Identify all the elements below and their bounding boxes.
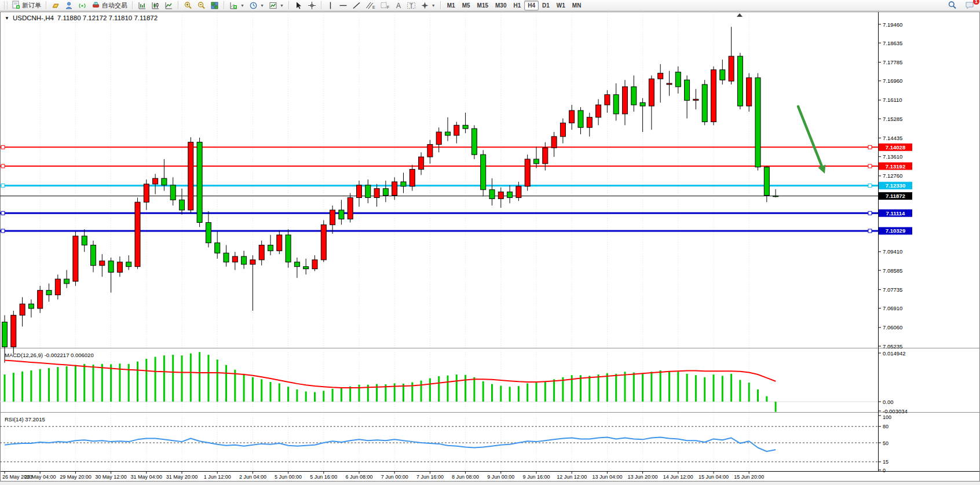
gold-bars-icon [52, 1, 60, 10]
candle [747, 78, 752, 106]
crosshair-tool-button[interactable] [305, 0, 319, 11]
timeframe-m30[interactable]: M30 [492, 1, 510, 10]
svg-text:29 May 04:00: 29 May 04:00 [24, 474, 56, 480]
candle [135, 202, 140, 266]
main-toolbar: 新订单 自动交易 ▼ ▼ [0, 0, 980, 11]
notification-badge: 1 [973, 0, 979, 5]
svg-text:7.07735: 7.07735 [883, 286, 902, 293]
timeframe-w1[interactable]: W1 [553, 1, 569, 10]
timeframe-d1[interactable]: D1 [539, 1, 553, 10]
vertical-line-icon [327, 1, 334, 10]
candle [321, 225, 326, 260]
timeframe-m5[interactable]: M5 [459, 1, 474, 10]
zoom-in-button[interactable] [181, 0, 195, 11]
zoom-in-icon [184, 1, 192, 10]
svg-text:7.09410: 7.09410 [883, 248, 902, 255]
collapse-triangle-icon[interactable]: ▼ [5, 16, 9, 21]
svg-text:7.05235: 7.05235 [883, 343, 902, 350]
chart-canvas[interactable]: 7.194607.186357.177857.169607.161107.152… [0, 0, 980, 485]
candlestick-mode-button[interactable] [149, 0, 162, 11]
zoom-out-icon [197, 1, 206, 10]
candle [188, 142, 193, 210]
candle [605, 95, 610, 105]
zoom-out-button[interactable] [195, 0, 208, 11]
candle [162, 178, 167, 185]
candle [755, 78, 760, 167]
candle [259, 245, 264, 260]
svg-text:12 Jun 12:00: 12 Jun 12:00 [557, 474, 587, 480]
svg-text:9 Jun 00:00: 9 Jun 00:00 [487, 474, 514, 480]
clock-icon [249, 1, 258, 10]
indicators-button[interactable]: ▼ [227, 0, 247, 11]
signals-button[interactable] [76, 0, 89, 11]
svg-text:-0.003034: -0.003034 [883, 408, 908, 414]
candle [427, 145, 433, 157]
tile-windows-button[interactable] [208, 0, 221, 11]
notifications-button[interactable]: 1 [963, 0, 977, 11]
autotrading-button[interactable]: 自动交易 [89, 0, 130, 11]
periods-button[interactable]: ▼ [247, 0, 266, 11]
candle [28, 304, 34, 308]
text-tool-button[interactable]: A [392, 0, 404, 11]
cursor-tool-button[interactable] [292, 0, 305, 11]
svg-text:F: F [387, 5, 389, 9]
timeframe-m1[interactable]: M1 [444, 1, 459, 10]
timeframe-m15[interactable]: M15 [474, 1, 492, 10]
candle [268, 245, 273, 251]
candle [481, 155, 486, 190]
candle [649, 79, 654, 106]
chevron-down-icon: ▼ [280, 3, 284, 8]
svg-text:0.00: 0.00 [883, 399, 894, 405]
svg-text:MACD(12,26,9) -0.002217 0.0060: MACD(12,26,9) -0.002217 0.006020 [5, 352, 94, 358]
toolbar-separator [224, 1, 225, 9]
bar-chart-mode-button[interactable] [136, 0, 149, 11]
toolbar-separator [288, 1, 290, 9]
candle [100, 261, 105, 266]
svg-text:7.12330: 7.12330 [886, 182, 905, 189]
vertical-line-tool-button[interactable] [324, 0, 337, 11]
search-button[interactable] [945, 0, 959, 11]
new-order-button[interactable]: 新订单 [9, 0, 43, 11]
candle [543, 148, 548, 163]
timeframe-mn[interactable]: MN [569, 1, 585, 10]
label-tool-button[interactable]: T [404, 0, 418, 11]
line-chart-mode-button[interactable] [162, 0, 175, 11]
svg-text:7.14028: 7.14028 [886, 144, 905, 150]
toolbar-grip [4, 2, 8, 9]
svg-text:100: 100 [883, 414, 891, 420]
toolbar-separator [440, 1, 441, 9]
candle [729, 56, 734, 81]
svg-text:7.12760: 7.12760 [883, 172, 902, 179]
market-watch-button[interactable] [49, 0, 63, 11]
svg-text:30 May 12:00: 30 May 12:00 [95, 474, 127, 480]
candle [498, 192, 503, 199]
candle [250, 260, 255, 264]
templates-button[interactable]: ▼ [266, 0, 286, 11]
trendline-tool-button[interactable] [350, 0, 363, 11]
candle [330, 210, 335, 225]
svg-text:E: E [372, 5, 375, 9]
candle [419, 157, 424, 169]
candle [365, 185, 371, 197]
timeframe-h1[interactable]: H1 [510, 1, 524, 10]
svg-text:T: T [409, 2, 413, 9]
fibonacci-tool-button[interactable]: E [363, 0, 378, 11]
text-label-icon: T [407, 1, 416, 10]
grid-tool-button[interactable]: F [378, 0, 392, 11]
timeframe-h4[interactable]: H4 [524, 1, 539, 10]
person-icon [65, 1, 74, 10]
svg-text:29 May 20:00: 29 May 20:00 [60, 474, 92, 480]
candle [409, 170, 415, 186]
candle [401, 182, 406, 186]
candle [596, 105, 601, 117]
data-window-button[interactable] [63, 0, 76, 11]
trendline-icon [352, 1, 361, 10]
candle [623, 87, 628, 114]
svg-text:15 Jun 20:00: 15 Jun 20:00 [734, 474, 764, 480]
candle [702, 84, 707, 122]
horizontal-line-tool-button[interactable] [337, 0, 350, 11]
template-chart-icon [269, 1, 277, 10]
candle [587, 117, 592, 128]
shapes-tool-button[interactable]: ▼ [418, 0, 438, 11]
candle [578, 111, 583, 127]
